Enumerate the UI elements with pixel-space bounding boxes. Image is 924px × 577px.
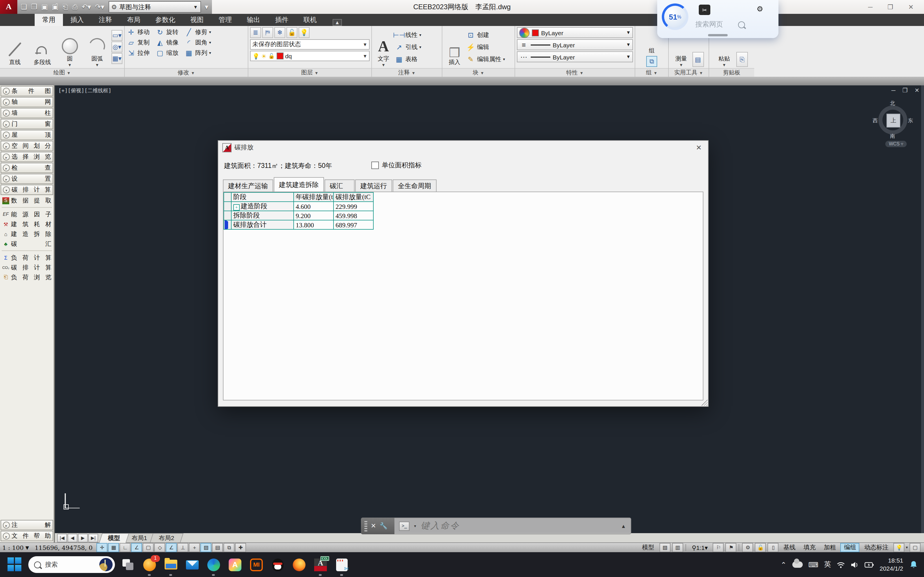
anno-visibility-icon[interactable]: ⚐ (713, 543, 724, 552)
selection-cycling-toggle-icon[interactable]: ⧉ (224, 543, 235, 552)
osnap-toggle-icon[interactable]: ◇ (155, 543, 165, 552)
file-explorer-button[interactable] (163, 556, 179, 573)
dialog-close-icon[interactable]: ✕ (694, 143, 704, 152)
command-input[interactable]: >_ ▾ 键入命令 ▲ (394, 517, 631, 534)
sidebar-group-check[interactable]: ▸检查 (1, 163, 53, 173)
web-search-box[interactable]: 搜索网页 (695, 19, 745, 29)
sidebar-tool-building-material[interactable]: ⚒建筑耗材 (1, 219, 53, 229)
command-settings-icon[interactable]: 🔧 (380, 522, 387, 530)
model-space-button[interactable]: 模型 (639, 543, 658, 552)
baseline-toggle[interactable]: 基线 (780, 543, 799, 552)
tab-building-operation[interactable]: 建筑运行 (355, 179, 392, 192)
layer-isolate-icon[interactable]: ⛿ (262, 27, 273, 38)
panel-label-block[interactable]: 块▼ (443, 68, 515, 77)
print-icon[interactable]: ⎙ (72, 0, 78, 14)
grid-toggle-icon[interactable]: ▦ (108, 543, 119, 552)
drawing-quickview-icon[interactable]: ▥ (672, 543, 683, 552)
dyn-ucs-toggle-icon[interactable]: ⊥ (178, 543, 189, 552)
task-view-button[interactable] (120, 556, 136, 573)
snap-toggle-icon[interactable]: ✛ (97, 543, 108, 552)
first-layout-icon[interactable]: |◀ (57, 533, 67, 542)
volume-icon[interactable] (851, 561, 859, 568)
layer-freeze-icon[interactable]: ❄ (274, 27, 285, 38)
lineweight-dropdown[interactable]: ≡ ByLayer▼ (517, 39, 633, 50)
paste-tool[interactable]: 粘贴 ▼ (716, 55, 733, 67)
isolate-objects-icon[interactable]: 💡 (894, 543, 905, 552)
command-close-icon[interactable]: ✕ (371, 522, 376, 530)
hatch-tool-icon[interactable]: ▦▾ (111, 53, 123, 64)
layer-lock-icon[interactable]: 🔓 (286, 27, 297, 38)
trim-tool[interactable]: ╱修剪▾ (184, 27, 211, 37)
open-file-icon[interactable]: ❐ (31, 0, 37, 14)
isodraft-toggle-icon[interactable]: ▢ (143, 543, 154, 552)
create-block-tool[interactable]: ⊡创建 (466, 30, 505, 40)
fill-toggle[interactable]: 填充 (800, 543, 819, 552)
col-annual-emission[interactable]: 年碳排放量(t (294, 192, 333, 201)
touch-keyboard-icon[interactable]: ⌨ (809, 561, 819, 569)
anno-autoscale-icon[interactable]: ⚑ (725, 543, 737, 552)
wifi-icon[interactable] (837, 561, 845, 568)
layer-off-icon[interactable]: 💡 (299, 27, 310, 38)
close-button[interactable]: ✕ (908, 3, 914, 11)
mail-button[interactable] (184, 556, 200, 573)
tab-layout2[interactable]: 布局2 (150, 533, 183, 543)
quick-properties-toggle-icon[interactable]: ▤ (212, 543, 223, 552)
annotation-scale-button[interactable]: 1 : 100▼ (0, 544, 31, 551)
measure-tool[interactable]: 测量 ▼ (674, 55, 689, 67)
autocad-logo-icon[interactable]: A (0, 0, 17, 14)
group-toggle[interactable]: 编组 (840, 543, 859, 552)
circle-tool[interactable]: 圆 ▼ (57, 27, 83, 67)
snipping-app-button[interactable] (334, 556, 350, 573)
leader-tool[interactable]: ↗引线▾ (394, 42, 421, 52)
edit-attributes-tool[interactable]: ✎编辑属性▾ (466, 54, 505, 64)
linear-dimension-tool[interactable]: ⊢⊣线性▾ (394, 30, 421, 40)
ribbon-tab-insert[interactable]: 插入 (63, 14, 91, 26)
clean-screen-icon[interactable]: ▢ (909, 543, 921, 552)
viewcube-west[interactable]: 西 (872, 117, 878, 125)
sidebar-group-axis-grid[interactable]: ▸轴网 (1, 97, 53, 107)
ortho-toggle-icon[interactable]: ∟ (120, 543, 131, 552)
drawing-restore-icon[interactable]: ❐ (902, 87, 908, 93)
layer-properties-icon[interactable]: ≣ (250, 27, 261, 38)
viewcube-south[interactable]: 南 (890, 133, 895, 140)
save-icon[interactable]: ▣ (41, 0, 48, 14)
otrack-toggle-icon[interactable]: ∠ (166, 543, 177, 552)
sidebar-group-settings[interactable]: ▸设置 (1, 174, 53, 184)
sidebar-group-door-window[interactable]: ▸门窗 (1, 119, 53, 129)
drawing-minimize-icon[interactable]: ─ (892, 87, 895, 93)
minimize-button[interactable]: ─ (868, 3, 872, 11)
panel-label-clipboard[interactable]: 剪贴板 (709, 68, 754, 77)
annotation-monitor-icon[interactable]: ✚ (235, 543, 246, 552)
plot-preview-icon[interactable]: ⎗ (62, 0, 68, 14)
next-layout-icon[interactable]: ▶ (78, 533, 88, 542)
arc-tool[interactable]: 圆弧 ▼ (84, 27, 110, 67)
annotation-scale-indicator[interactable]: ⚲ 1:1 ▾ (688, 543, 711, 552)
transparency-toggle-icon[interactable]: ▨ (201, 543, 212, 552)
sidebar-tool-construct-demolish[interactable]: ⌂建造拆除 (1, 229, 53, 239)
last-layout-icon[interactable]: ▶| (88, 533, 98, 542)
ribbon-tab-plugins[interactable]: 插件 (268, 14, 296, 26)
ime-indicator[interactable]: 英 (824, 560, 831, 569)
panel-label-properties[interactable]: 特性▼ (515, 68, 635, 77)
text-tool[interactable]: A 文字 ▼ (374, 27, 393, 67)
dyn-input-toggle-icon[interactable]: ＋ (189, 543, 200, 552)
wcs-dropdown[interactable]: WCS ▿ (885, 141, 907, 147)
checkbox-icon[interactable] (372, 161, 379, 169)
array-tool[interactable]: ▦阵列▾ (184, 48, 211, 58)
quick-calculator-icon[interactable]: ▤ (692, 52, 704, 67)
layout-quickview-icon[interactable]: ▧ (659, 543, 670, 552)
overlay-settings-icon[interactable]: ⚙ (756, 5, 763, 13)
rotate-tool[interactable]: ↻旋转 (155, 27, 178, 37)
panel-label-group[interactable]: 组▼ (635, 68, 668, 77)
firefox-button[interactable] (291, 556, 307, 573)
redo-icon[interactable]: ↷▾ (95, 0, 104, 14)
ribbon-tab-parametric[interactable]: 参数化 (148, 14, 183, 26)
restore-button[interactable]: ❐ (888, 3, 893, 11)
command-bar-handle[interactable]: ✕ 🔧 (361, 517, 394, 534)
sidebar-tool-carbon-sink[interactable]: ♣碳汇 (1, 239, 53, 249)
viewport-controls-label[interactable]: [+][俯视][二维线框] (58, 87, 111, 95)
table-row-total[interactable]: 碳排放合计 13.800 689.997 (224, 220, 373, 229)
battery-icon[interactable] (864, 562, 874, 567)
panel-label-draw[interactable]: 绘图▼ (0, 68, 124, 77)
sidebar-tool-data-extract[interactable]: S数据提取 (1, 196, 53, 205)
